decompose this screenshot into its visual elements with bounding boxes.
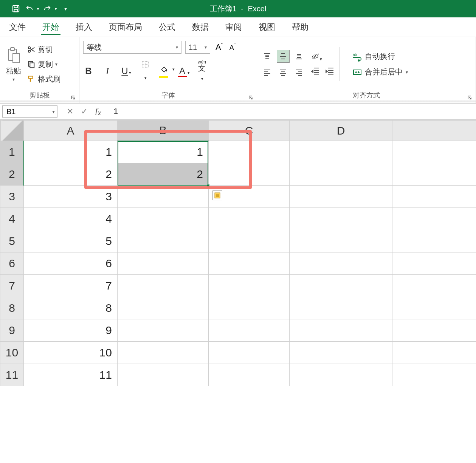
tab-home[interactable]: 开始 <box>41 19 60 35</box>
orientation-button[interactable]: ab▾ <box>311 51 322 63</box>
cell-c7[interactable] <box>209 275 290 297</box>
tab-formulas[interactable]: 公式 <box>157 19 177 35</box>
row-header-4[interactable]: 4 <box>0 208 24 230</box>
tab-view[interactable]: 视图 <box>257 19 277 35</box>
cell-d5[interactable] <box>290 230 392 252</box>
increase-font-button[interactable]: Aˆ <box>214 42 224 52</box>
cancel-formula-button[interactable]: ✕ <box>67 107 73 116</box>
copy-button[interactable]: 复制 ▾ <box>26 59 62 70</box>
undo-button[interactable] <box>24 3 35 14</box>
cell-b4[interactable] <box>118 208 209 230</box>
cell-c6[interactable] <box>209 252 290 275</box>
fill-handle[interactable] <box>207 184 210 187</box>
cell-c2[interactable] <box>209 163 290 186</box>
cell-c1[interactable] <box>209 141 290 163</box>
increase-indent-button[interactable] <box>325 67 334 77</box>
font-name-combo[interactable]: 等线 ▾ <box>83 41 181 54</box>
cell-e11[interactable] <box>392 364 476 386</box>
cell-b8[interactable] <box>118 297 209 319</box>
autofill-options-button[interactable] <box>212 190 222 200</box>
cell-d4[interactable] <box>290 208 392 230</box>
redo-button[interactable] <box>42 3 53 14</box>
cut-button[interactable]: 剪切 <box>26 44 62 56</box>
cell-a5[interactable]: 5 <box>24 230 118 252</box>
row-header-8[interactable]: 8 <box>0 297 24 319</box>
cell-b11[interactable] <box>118 364 209 386</box>
cell-e8[interactable] <box>392 297 476 319</box>
column-header-e[interactable] <box>392 121 476 141</box>
cell-e3[interactable] <box>392 186 476 208</box>
tab-insert[interactable]: 插入 <box>74 19 94 35</box>
cell-a4[interactable]: 4 <box>24 208 118 230</box>
row-header-1[interactable]: 1 <box>0 141 24 163</box>
cell-b10[interactable] <box>118 342 209 364</box>
cell-d3[interactable] <box>290 186 392 208</box>
cell-c11[interactable] <box>209 364 290 386</box>
cell-a2[interactable]: 2 <box>24 163 118 186</box>
align-right-button[interactable] <box>293 66 305 79</box>
cell-b7[interactable] <box>118 275 209 297</box>
bold-button[interactable]: B <box>83 66 94 76</box>
cell-c4[interactable] <box>209 208 290 230</box>
row-header-3[interactable]: 3 <box>0 186 24 208</box>
cell-a3[interactable]: 3 <box>24 186 118 208</box>
cell-a6[interactable]: 6 <box>24 252 118 275</box>
cell-a8[interactable]: 8 <box>24 297 118 319</box>
cell-e2[interactable] <box>392 163 476 186</box>
column-header-d[interactable]: D <box>290 121 392 141</box>
tab-data[interactable]: 数据 <box>191 19 210 35</box>
cell-a9[interactable]: 9 <box>24 319 118 342</box>
align-center-button[interactable] <box>277 66 290 79</box>
undo-dropdown-icon[interactable]: ▾ <box>37 7 39 11</box>
cell-a10[interactable]: 10 <box>24 342 118 364</box>
save-button[interactable] <box>11 3 21 14</box>
alignment-launcher[interactable] <box>467 94 473 101</box>
cell-c5[interactable] <box>209 230 290 252</box>
row-header-9[interactable]: 9 <box>0 319 24 342</box>
cell-e6[interactable] <box>392 252 476 275</box>
column-header-c[interactable]: C <box>209 121 290 141</box>
cell-b1[interactable]: 1 <box>118 141 209 163</box>
select-all-button[interactable] <box>0 121 24 141</box>
cell-c9[interactable] <box>209 319 290 342</box>
cell-e1[interactable] <box>392 141 476 163</box>
format-painter-button[interactable]: 格式刷 <box>26 73 62 85</box>
cell-e7[interactable] <box>392 275 476 297</box>
cell-a11[interactable]: 11 <box>24 364 118 386</box>
row-header-10[interactable]: 10 <box>0 342 24 364</box>
tab-page-layout[interactable]: 页面布局 <box>107 19 144 35</box>
align-top-button[interactable] <box>261 50 274 63</box>
row-header-2[interactable]: 2 <box>0 163 24 186</box>
font-size-combo[interactable]: 11 ▾ <box>185 41 210 54</box>
tab-review[interactable]: 审阅 <box>224 19 243 35</box>
decrease-font-button[interactable]: Aˇ <box>228 43 237 52</box>
column-header-b[interactable]: B <box>118 121 209 141</box>
redo-dropdown-icon[interactable]: ▾ <box>55 7 57 11</box>
cell-d2[interactable] <box>290 163 392 186</box>
cell-c10[interactable] <box>209 342 290 364</box>
cell-d10[interactable] <box>290 342 392 364</box>
tab-file[interactable]: 文件 <box>8 19 27 35</box>
decrease-indent-button[interactable] <box>311 67 320 77</box>
font-color-button[interactable]: A▾ <box>178 66 188 76</box>
worksheet-grid[interactable]: A B C D 111 222 33 44 55 66 77 88 99 101… <box>0 120 476 386</box>
cell-a7[interactable]: 7 <box>24 275 118 297</box>
cell-b9[interactable] <box>118 319 209 342</box>
align-left-button[interactable] <box>261 66 274 79</box>
cell-e9[interactable] <box>392 319 476 342</box>
cell-d9[interactable] <box>290 319 392 342</box>
cell-e5[interactable] <box>392 230 476 252</box>
row-header-5[interactable]: 5 <box>0 230 24 252</box>
cell-b3[interactable] <box>118 186 209 208</box>
cell-d6[interactable] <box>290 252 392 275</box>
wrap-text-button[interactable]: ab 自动换行 <box>353 51 408 62</box>
clipboard-launcher[interactable] <box>70 94 76 101</box>
fill-color-button[interactable]: ▾ <box>159 65 169 78</box>
align-middle-button[interactable] <box>277 50 290 63</box>
cell-b5[interactable] <box>118 230 209 252</box>
cell-b2[interactable]: 2 <box>118 163 209 186</box>
qat-customize-icon[interactable]: ▾ <box>64 6 67 12</box>
cell-d7[interactable] <box>290 275 392 297</box>
name-box[interactable]: B1 ▾ <box>2 105 57 118</box>
confirm-formula-button[interactable]: ✓ <box>81 107 88 116</box>
